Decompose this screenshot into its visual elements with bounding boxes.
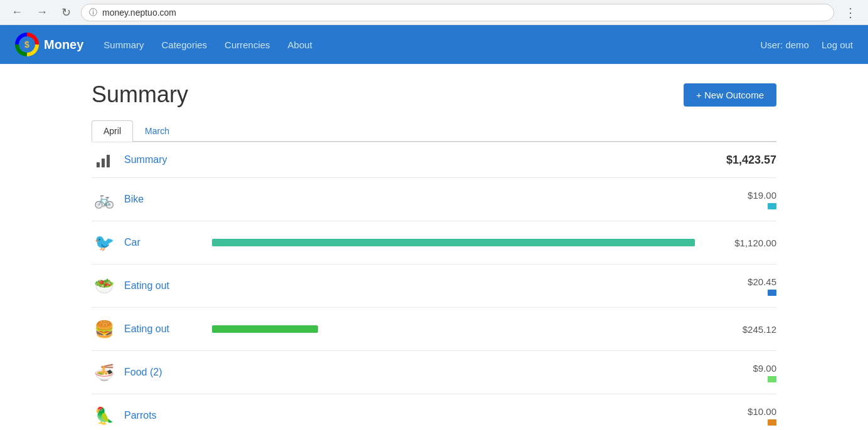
browser-bar: ← → ↻ ⓘ money.neptuo.com ⋮ xyxy=(0,0,868,25)
secure-icon: ⓘ xyxy=(89,7,97,18)
category-icon: 🦜 xyxy=(92,403,117,428)
mini-bar xyxy=(768,419,776,426)
svg-rect-2 xyxy=(107,155,110,167)
nav-about[interactable]: About xyxy=(288,39,312,50)
category-row: 🦜 Parrots $10.00 xyxy=(92,394,776,430)
tab-april[interactable]: April xyxy=(92,120,133,142)
nav-categories[interactable]: Categories xyxy=(162,39,208,50)
category-amount-area: $10.00 xyxy=(707,406,776,426)
category-row: 🚲 Bike $19.00 xyxy=(92,178,776,221)
category-amount: $10.00 xyxy=(707,406,776,417)
brand-logo: $ xyxy=(15,33,39,56)
nav-user: User: demo xyxy=(760,39,809,50)
category-amount-area: $20.45 xyxy=(707,276,776,296)
category-bar xyxy=(212,325,318,333)
category-amount: $20.45 xyxy=(707,276,776,287)
category-name[interactable]: Bike xyxy=(124,194,199,205)
brand[interactable]: $ Money xyxy=(15,33,83,56)
svg-rect-0 xyxy=(97,162,100,167)
summary-row: Summary $1,423.57 xyxy=(92,142,776,178)
back-button[interactable]: ← xyxy=(8,3,26,21)
category-icon: 🍔 xyxy=(92,317,117,342)
tabs: April March xyxy=(92,120,776,142)
tab-march[interactable]: March xyxy=(133,120,181,141)
category-row: 🐦 Car $1,120.00 xyxy=(92,221,776,265)
bar-container xyxy=(212,238,695,248)
category-icon: 🚲 xyxy=(92,187,117,212)
category-amount: $9.00 xyxy=(707,363,776,374)
category-row: 🍜 Food (2) $9.00 xyxy=(92,351,776,394)
mini-bar xyxy=(768,290,776,296)
summary-total: $1,423.57 xyxy=(726,154,776,167)
category-amount: $245.12 xyxy=(707,324,776,335)
category-amount: $19.00 xyxy=(707,190,776,201)
category-amount-area: $245.12 xyxy=(707,324,776,335)
category-amount-area: $9.00 xyxy=(707,363,776,382)
category-amount-area: $1,120.00 xyxy=(707,238,776,248)
new-outcome-button[interactable]: + New Outcome xyxy=(684,83,776,107)
bar-container xyxy=(212,367,695,377)
bar-container xyxy=(212,281,695,291)
mini-bar xyxy=(768,376,776,382)
category-amount-area: $19.00 xyxy=(707,190,776,209)
brand-name: Money xyxy=(44,38,83,52)
refresh-button[interactable]: ↻ xyxy=(58,3,75,22)
category-name[interactable]: Eating out xyxy=(124,280,199,291)
summary-label[interactable]: Summary xyxy=(124,154,726,165)
url-text: money.neptuo.com xyxy=(102,8,176,18)
category-bar xyxy=(212,239,695,246)
nav-links: Summary Categories Currencies About xyxy=(103,39,760,50)
browser-menu-button[interactable]: ⋮ xyxy=(840,3,860,23)
category-name[interactable]: Parrots xyxy=(124,410,199,421)
address-bar[interactable]: ⓘ money.neptuo.com xyxy=(81,4,834,21)
svg-rect-1 xyxy=(102,159,105,167)
category-row: 🍔 Eating out $245.12 xyxy=(92,308,776,351)
main-content: Summary + New Outcome April March Summar… xyxy=(77,64,791,430)
category-list: Summary $1,423.57 🚲 Bike $19.00 🐦 Car $1… xyxy=(92,142,776,430)
forward-button[interactable]: → xyxy=(33,3,51,21)
bar-container xyxy=(212,324,695,334)
category-name[interactable]: Eating out xyxy=(124,323,199,335)
category-icon: 🍜 xyxy=(92,360,117,385)
nav-right: User: demo Log out xyxy=(760,39,853,50)
category-name[interactable]: Food (2) xyxy=(124,367,199,378)
logout-link[interactable]: Log out xyxy=(822,39,853,50)
nav-summary[interactable]: Summary xyxy=(103,39,144,50)
category-amount: $1,120.00 xyxy=(707,238,776,248)
page-header: Summary + New Outcome xyxy=(92,81,776,108)
summary-icon xyxy=(92,151,117,169)
brand-logo-symbol: $ xyxy=(19,36,35,53)
page-title: Summary xyxy=(92,81,188,108)
bar-container xyxy=(212,411,695,421)
category-name[interactable]: Car xyxy=(124,237,199,248)
nav-currencies[interactable]: Currencies xyxy=(225,39,270,50)
navbar: $ Money Summary Categories Currencies Ab… xyxy=(0,25,868,64)
category-icon: 🥗 xyxy=(92,273,117,298)
mini-bar xyxy=(768,203,776,209)
category-icon: 🐦 xyxy=(92,230,117,255)
bar-container xyxy=(212,194,695,204)
category-row: 🥗 Eating out $20.45 xyxy=(92,265,776,308)
